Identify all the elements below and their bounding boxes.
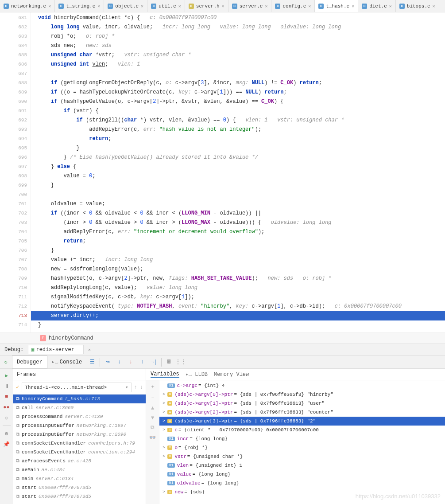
chevron-icon[interactable]: > — [161, 410, 166, 414]
line-number[interactable]: 697 — [0, 162, 31, 172]
close-icon[interactable]: ✕ — [88, 347, 91, 352]
close-icon[interactable]: ✕ — [265, 4, 267, 9]
line-number[interactable]: 713 — [0, 311, 31, 320]
watch-up-icon[interactable]: ▲ — [151, 405, 154, 411]
close-icon[interactable]: ✕ — [352, 4, 354, 9]
line-number[interactable]: 686 — [0, 60, 31, 69]
file-tab[interactable]: Hserver.h✕ — [185, 0, 228, 12]
file-tab[interactable]: Cnetworking.c✕ — [0, 0, 55, 12]
step-out-button[interactable]: ↑ — [136, 356, 148, 369]
line-number[interactable]: 710 — [0, 283, 31, 293]
code-line[interactable]: new = sdsfromlonglong(value); — [31, 265, 445, 274]
code-line[interactable]: unsigned char *vstr; vstr: unsigned char… — [31, 51, 445, 60]
variable-row[interactable]: >≡(sds)c->argv[2]->ptr = {sds | 0x7f96ff… — [159, 408, 445, 417]
code-line[interactable]: robj *o; o: robj * — [31, 32, 445, 41]
line-number[interactable]: 688 — [0, 78, 31, 88]
file-tab[interactable]: Cconfig.c✕ — [271, 0, 315, 12]
line-number[interactable]: 685 — [0, 51, 31, 60]
variable-row[interactable]: 01c->argc = {int} 4 — [159, 381, 445, 390]
file-tab[interactable]: Cobject.c✕ — [104, 0, 147, 12]
variable-row[interactable]: >≡(sds)c->argv[3]->ptr = {sds | 0x7f96ff… — [159, 417, 445, 426]
code-line[interactable]: notifyKeyspaceEvent( type: NOTIFY_HASH, … — [31, 302, 445, 311]
variable-row[interactable]: >≡vstr = {unsigned char *} — [159, 452, 445, 461]
code-line[interactable]: hashTypeSet(o, c->argv[2]->ptr, new, fla… — [31, 274, 445, 283]
code-line[interactable]: (incr > 0 && oldvalue > 0 && incr > (LLO… — [31, 218, 445, 227]
file-tab[interactable]: Cdict.c✕ — [358, 0, 396, 12]
code-line[interactable] — [31, 190, 445, 199]
more-icon[interactable]: ⋮⋮ — [175, 356, 186, 369]
tab-debugger[interactable]: Debugger — [12, 356, 47, 369]
chevron-icon[interactable]: > — [161, 428, 166, 432]
line-number[interactable]: 687 — [0, 69, 31, 78]
line-number[interactable]: 698 — [0, 172, 31, 181]
step-into-button[interactable]: ↓ — [113, 356, 125, 369]
line-number[interactable]: 702 — [0, 209, 31, 218]
close-icon[interactable]: ✕ — [141, 4, 143, 9]
threads-icon[interactable]: ☰ — [86, 356, 98, 369]
chevron-icon[interactable]: > — [161, 490, 166, 494]
line-number[interactable]: 700 — [0, 190, 31, 199]
thread-selector[interactable]: ✓ Thread-1-<co....main-thread>▾ ↑ ↓ — [13, 380, 146, 395]
code-line[interactable]: return; — [31, 134, 445, 144]
code-line[interactable]: sds new; new: sds — [31, 41, 445, 51]
code-line[interactable]: if (getLongLongFromObjectOrReply(c, o: c… — [31, 78, 445, 88]
variable-row[interactable]: >≡o = {robj *} — [159, 443, 445, 452]
tab-memory[interactable]: Memory View — [214, 371, 249, 378]
code-line[interactable]: signalModifiedKey(c, c->db, key: c->argv… — [31, 293, 445, 302]
stack-frame[interactable]: ⧉connSocketEventHandler connection.c:294 — [13, 448, 146, 457]
line-number[interactable]: 705 — [0, 237, 31, 246]
watch-down-icon[interactable]: ▼ — [151, 415, 154, 421]
prev-frame-icon[interactable]: ↑ — [134, 384, 137, 391]
line-number[interactable]: 696 — [0, 153, 31, 162]
close-icon[interactable]: ✕ — [433, 4, 435, 9]
remove-watch-icon[interactable]: － — [150, 394, 155, 402]
pause-button[interactable]: ⏸ — [2, 381, 12, 391]
rerun-button[interactable]: ↻ — [0, 356, 12, 369]
stop-button[interactable]: ■ — [2, 392, 12, 402]
line-number[interactable]: 712 — [0, 302, 31, 311]
line-number[interactable]: 689 — [0, 88, 31, 97]
chevron-icon[interactable]: > — [161, 419, 166, 423]
run-to-cursor-button[interactable]: →| — [148, 356, 159, 369]
code-line[interactable]: } else { — [31, 162, 445, 172]
variable-row[interactable]: >≡(sds)c->argv[1]->ptr = {sds | 0x7f96ff… — [159, 399, 445, 408]
chevron-icon[interactable]: > — [161, 445, 166, 450]
line-number[interactable]: 701 — [0, 199, 31, 209]
variable-row[interactable]: >≡c = {client * | 0x7f9700007c00} 0x0000… — [159, 426, 445, 434]
line-number[interactable]: 714 — [0, 320, 31, 330]
code-line[interactable]: } — [31, 320, 445, 330]
line-number[interactable]: 693 — [0, 125, 31, 134]
stack-frame[interactable]: ⧉processCommand server.c:4130 — [13, 412, 146, 421]
code-line[interactable]: } — [31, 181, 445, 190]
line-number[interactable]: 703 — [0, 218, 31, 227]
stack-frame[interactable]: ⧉aeMain ae.c:484 — [13, 465, 146, 474]
step-over-button[interactable]: ⤼ — [102, 356, 113, 369]
file-tab[interactable]: Cserver.c✕ — [228, 0, 272, 12]
chevron-icon[interactable]: > — [161, 401, 166, 406]
stack-frame[interactable]: ⧉processInputBuffer networking.c:1997 — [13, 421, 146, 430]
line-number[interactable]: 704 — [0, 227, 31, 237]
chevron-icon[interactable]: > — [161, 454, 166, 459]
code-line[interactable]: return; — [31, 237, 445, 246]
line-number[interactable]: 707 — [0, 255, 31, 265]
code-line[interactable] — [31, 69, 445, 78]
code-line[interactable]: addReplyError(c, err: "hash value is not… — [31, 125, 445, 134]
code-line[interactable]: } /* Else hashTypeGetValue() already sto… — [31, 153, 445, 162]
stack-frame[interactable]: ⧉hincrbyCommand t_hash.c:713 — [13, 395, 146, 403]
file-tab[interactable]: Cutil.c✕ — [147, 0, 185, 12]
close-icon[interactable]: ✕ — [389, 4, 392, 9]
code-area[interactable]: void hincrbyCommand(client *c) { c: 0x00… — [31, 12, 445, 332]
settings-button[interactable]: ⚙ — [2, 429, 12, 438]
line-number[interactable]: 690 — [0, 97, 31, 106]
code-line[interactable]: value += incr; incr: long long — [31, 255, 445, 265]
stack-frame[interactable]: ⧉main server.c:6134 — [13, 474, 146, 483]
line-number[interactable]: 684 — [0, 41, 31, 51]
variable-row[interactable]: 01incr = {long long} — [159, 434, 445, 443]
tab-lldb[interactable]: ▸⎵ LLDB — [186, 371, 208, 378]
code-line[interactable]: server.dirty++; — [31, 311, 445, 320]
copy-watch-icon[interactable]: ⧉ — [151, 425, 155, 431]
line-number[interactable]: 711 — [0, 293, 31, 302]
evaluate-button[interactable]: 🖩 — [163, 356, 175, 369]
line-number[interactable]: 706 — [0, 246, 31, 255]
file-tab[interactable]: Ct_string.c✕ — [55, 0, 104, 12]
